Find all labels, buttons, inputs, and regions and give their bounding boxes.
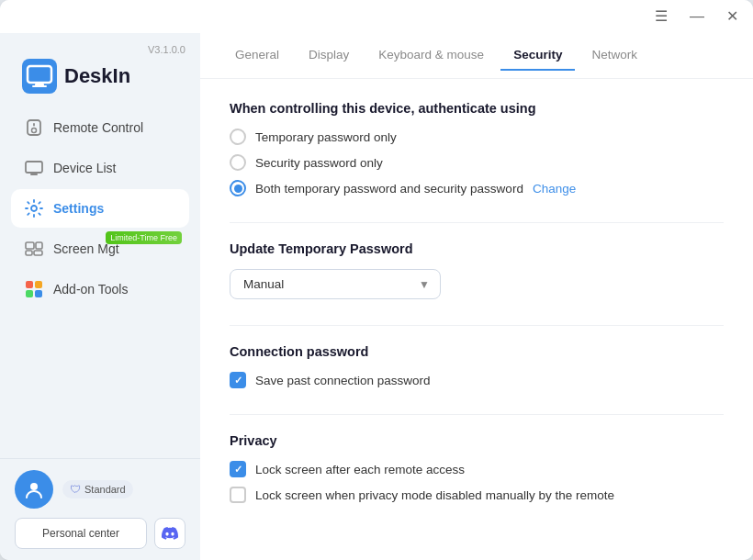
divider-1 <box>230 222 724 223</box>
version-label: V3.1.0.0 <box>148 44 185 55</box>
checkbox-save-past-box <box>230 372 246 388</box>
svg-rect-17 <box>26 290 33 297</box>
privacy-section: Privacy Lock screen after each remote ac… <box>230 433 724 503</box>
sidebar-nav: Remote Control Device List <box>0 101 200 458</box>
radio-both-circle <box>230 180 246 196</box>
svg-rect-15 <box>26 281 33 288</box>
bottom-actions: Personal center <box>15 518 185 549</box>
sidebar-item-settings[interactable]: Settings <box>11 189 189 228</box>
tab-network[interactable]: Network <box>579 40 650 71</box>
tab-security[interactable]: Security <box>500 40 575 71</box>
brand-logo-icon <box>22 59 57 94</box>
checkbox-lock-after-label: Lock screen after each remote access <box>255 463 465 476</box>
sidebar-bottom: 🛡 Standard Personal center <box>0 458 200 560</box>
limited-time-badge: Limited-Time Free <box>106 231 182 244</box>
checkbox-lock-privacy[interactable]: Lock screen when privacy mode disabled m… <box>230 487 724 503</box>
checkbox-save-past-label: Save past connection password <box>255 374 431 387</box>
svg-point-19 <box>30 483 38 490</box>
auth-section-title: When controlling this device, authentica… <box>230 101 724 116</box>
radio-temp-only-circle <box>230 129 246 145</box>
remote-control-icon <box>24 118 44 138</box>
settings-content: When controlling this device, authentica… <box>200 79 753 560</box>
sidebar-item-screen-mgt[interactable]: Screen Mgt Limited-Time Free <box>11 230 189 268</box>
sidebar-item-addon-tools[interactable]: Add-on Tools <box>11 270 189 308</box>
title-bar: ☰ — ✕ <box>0 0 753 33</box>
content-area: General Display Keyboard & mouse Securit… <box>200 33 753 560</box>
checkbox-lock-after-box <box>230 461 246 477</box>
sidebar-item-remote-control[interactable]: Remote Control <box>11 108 189 147</box>
svg-point-10 <box>31 206 37 211</box>
auth-section: When controlling this device, authentica… <box>230 101 724 196</box>
plan-icon: 🛡 <box>70 483 81 496</box>
tab-general[interactable]: General <box>222 40 292 71</box>
svg-rect-16 <box>35 281 42 288</box>
checkbox-lock-privacy-box <box>230 487 246 503</box>
user-row: 🛡 Standard <box>15 470 185 509</box>
dropdown-wrapper: Manual After each session After 1 hour A… <box>230 269 441 299</box>
svg-rect-3 <box>32 85 47 87</box>
discord-button[interactable] <box>154 518 185 549</box>
tab-keyboard-mouse[interactable]: Keyboard & mouse <box>365 40 497 71</box>
brand-name: DeskIn <box>64 64 130 88</box>
radio-temp-only[interactable]: Temporary password only <box>230 129 724 145</box>
sidebar-item-device-list-label: Device List <box>53 161 116 175</box>
checkbox-lock-after[interactable]: Lock screen after each remote access <box>230 461 724 477</box>
privacy-section-title: Privacy <box>230 433 724 448</box>
menu-button[interactable]: ☰ <box>651 7 671 26</box>
settings-icon <box>24 198 44 218</box>
svg-rect-8 <box>30 174 38 175</box>
brand: DeskIn <box>22 59 130 94</box>
divider-2 <box>230 325 724 326</box>
tab-display[interactable]: Display <box>296 40 362 71</box>
sidebar-item-device-list[interactable]: Device List <box>11 149 189 187</box>
screen-mgt-icon <box>24 239 44 259</box>
auth-radio-group: Temporary password only Security passwor… <box>230 129 724 196</box>
connection-section-title: Connection password <box>230 344 724 359</box>
avatar <box>15 470 53 509</box>
radio-security-only-circle <box>230 154 246 171</box>
checkbox-lock-privacy-label: Lock screen when privacy mode disabled m… <box>255 488 614 502</box>
minimize-button[interactable]: — <box>686 7 708 26</box>
svg-rect-11 <box>26 242 34 249</box>
temp-password-title: Update Temporary Password <box>230 241 724 256</box>
connection-section: Connection password Save past connection… <box>230 344 724 388</box>
close-button[interactable]: ✕ <box>723 7 742 26</box>
tabs: General Display Keyboard & mouse Securit… <box>200 33 753 79</box>
sidebar: V3.1.0.0 DeskIn <box>0 33 200 560</box>
sidebar-item-addon-tools-label: Add-on Tools <box>53 282 128 297</box>
svg-rect-13 <box>26 251 32 255</box>
radio-security-only-label: Security password only <box>255 156 383 170</box>
sidebar-item-remote-control-label: Remote Control <box>53 120 143 135</box>
svg-rect-12 <box>36 242 42 249</box>
addon-tools-icon <box>24 279 44 299</box>
plan-badge: 🛡 Standard <box>62 480 133 498</box>
sidebar-item-settings-label: Settings <box>53 201 104 216</box>
svg-rect-7 <box>26 162 42 173</box>
checkbox-save-past[interactable]: Save past connection password <box>230 372 724 388</box>
radio-temp-only-label: Temporary password only <box>255 130 397 144</box>
device-list-icon <box>24 158 44 178</box>
update-password-dropdown[interactable]: Manual After each session After 1 hour A… <box>230 269 441 299</box>
radio-security-only[interactable]: Security password only <box>230 154 724 171</box>
svg-rect-18 <box>35 290 42 297</box>
change-link[interactable]: Change <box>533 182 576 196</box>
logo-area: V3.1.0.0 DeskIn <box>0 33 200 101</box>
plan-label: Standard <box>84 484 126 495</box>
temp-password-section: Update Temporary Password Manual After e… <box>230 241 724 299</box>
radio-both[interactable]: Both temporary password and security pas… <box>230 180 724 196</box>
main-layout: V3.1.0.0 DeskIn <box>0 33 753 560</box>
svg-point-5 <box>32 129 37 133</box>
radio-both-label: Both temporary password and security pas… <box>255 182 523 196</box>
app-window: ☰ — ✕ V3.1.0.0 DeskIn <box>0 0 753 560</box>
divider-3 <box>230 414 724 415</box>
svg-rect-14 <box>34 251 42 255</box>
personal-center-button[interactable]: Personal center <box>15 518 147 549</box>
